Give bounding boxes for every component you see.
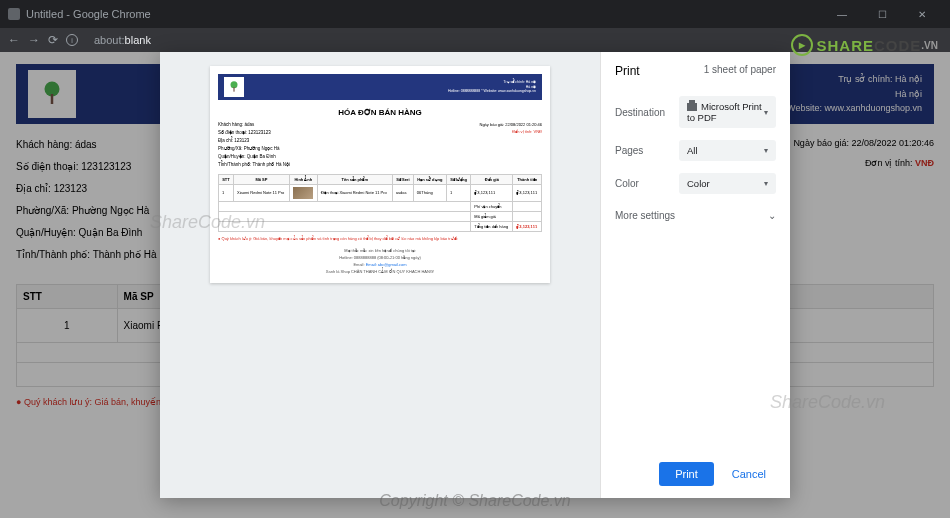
sheet-count: 1 sheet of paper	[704, 64, 776, 78]
chevron-down-icon: ⌄	[768, 210, 776, 221]
print-dialog: Trụ sở chính: Hà nội Hà nội Hotline: 088…	[160, 52, 790, 498]
pages-select[interactable]: All ▾	[679, 140, 776, 161]
window-minimize[interactable]: —	[822, 9, 862, 20]
sharecode-logo: ▸ SHARECODE.VN	[791, 34, 938, 56]
more-settings-toggle[interactable]: More settings ⌄	[601, 200, 790, 231]
pages-label: Pages	[615, 145, 671, 156]
nav-reload[interactable]: ⟳	[48, 33, 58, 47]
sharecode-icon: ▸	[791, 34, 813, 56]
window-titlebar: Untitled - Google Chrome — ☐ ✕	[0, 0, 950, 28]
url-text[interactable]: about:blank	[94, 34, 151, 46]
site-info-icon[interactable]: i	[66, 34, 78, 46]
tab-title: Untitled - Google Chrome	[26, 8, 822, 20]
color-select[interactable]: Color ▾	[679, 173, 776, 194]
viewport: Trụ sở chính: Hà nội Hà nội 8888888 * We…	[0, 52, 950, 518]
print-preview-pane: Trụ sở chính: Hà nội Hà nội Hotline: 088…	[160, 52, 600, 498]
print-button[interactable]: Print	[659, 462, 714, 486]
color-label: Color	[615, 178, 671, 189]
preview-title: HÓA ĐƠN BÁN HÀNG	[218, 108, 542, 117]
chevron-down-icon: ▾	[764, 146, 768, 155]
window-close[interactable]: ✕	[902, 9, 942, 20]
chevron-down-icon: ▾	[764, 179, 768, 188]
tab-favicon	[8, 8, 20, 20]
destination-label: Destination	[615, 107, 671, 118]
window-maximize[interactable]: ☐	[862, 9, 902, 20]
svg-rect-3	[233, 87, 234, 92]
copyright-watermark: Copyright © ShareCode.vn	[379, 492, 570, 510]
print-title: Print	[615, 64, 640, 78]
preview-page: Trụ sở chính: Hà nội Hà nội Hotline: 088…	[210, 66, 550, 283]
nav-forward[interactable]: →	[28, 33, 40, 47]
cancel-button[interactable]: Cancel	[722, 462, 776, 486]
print-settings-sidebar: Print 1 sheet of paper Destination Micro…	[600, 52, 790, 498]
chevron-down-icon: ▾	[764, 108, 768, 117]
preview-logo	[224, 77, 244, 97]
printer-icon	[687, 103, 697, 111]
nav-back[interactable]: ←	[8, 33, 20, 47]
destination-select[interactable]: Microsoft Print to PDF ▾	[679, 96, 776, 128]
